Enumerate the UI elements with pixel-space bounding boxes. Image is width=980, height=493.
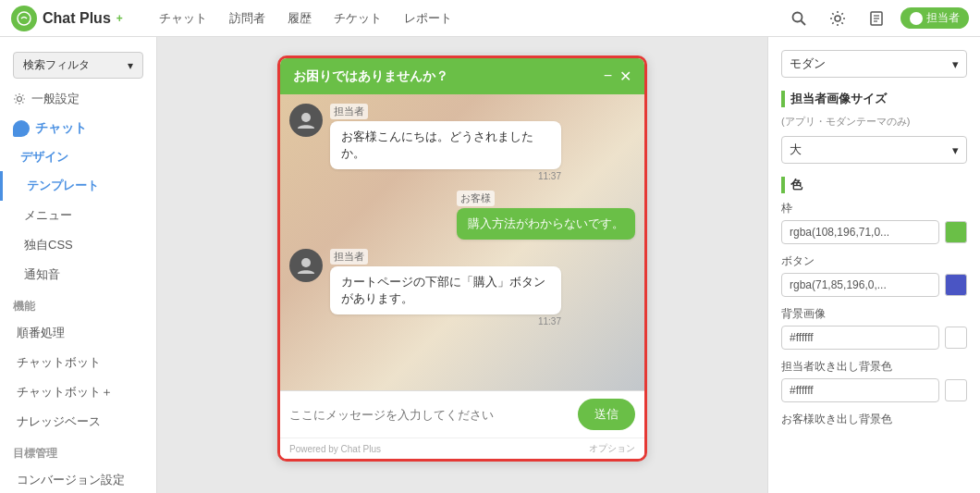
border-color-swatch[interactable] bbox=[945, 221, 967, 243]
size-value: 大 bbox=[790, 142, 802, 158]
general-settings-label: 一般設定 bbox=[31, 91, 80, 107]
menu-label: メニュー bbox=[24, 208, 72, 222]
chatbot-label: チャットボット bbox=[17, 355, 101, 369]
nav-visitor[interactable]: 訪問者 bbox=[229, 6, 265, 31]
sidebar-menu[interactable]: メニュー bbox=[0, 201, 156, 230]
goal-section-label: 目標管理 bbox=[0, 437, 156, 465]
border-color-section: 枠 bbox=[781, 201, 967, 244]
nav-report[interactable]: レポート bbox=[404, 6, 452, 31]
size-select[interactable]: 大 ▾ bbox=[781, 136, 967, 164]
settings-button[interactable] bbox=[823, 4, 852, 33]
size-dropdown-arrow: ▾ bbox=[952, 143, 959, 157]
queue-label: 順番処理 bbox=[17, 326, 65, 339]
msg-text-1: お客様こんにちは。どうされましたか。 bbox=[341, 129, 533, 160]
msg-label-1: 担当者 bbox=[330, 104, 368, 119]
msg-bubble-1: お客様こんにちは。どうされましたか。 bbox=[330, 121, 561, 169]
border-color-input[interactable] bbox=[781, 220, 939, 244]
msg-bubble-2: 購入方法がわからないです。 bbox=[457, 208, 635, 240]
sidebar-design[interactable]: デザイン bbox=[0, 143, 156, 171]
message-row-3: 担当者 カートページの下部に「購入」ボタンがあります。 11:37 bbox=[289, 249, 635, 327]
right-panel: モダン ▾ 担当者画像サイズ (アプリ・モダンテーマのみ) 大 ▾ 色 枠 ボタ… bbox=[767, 37, 980, 493]
bg-color-input[interactable] bbox=[781, 326, 939, 350]
size-select-row: 大 ▾ bbox=[781, 136, 967, 164]
chat-message-input[interactable] bbox=[289, 408, 570, 422]
chat-bubble-icon bbox=[13, 120, 30, 137]
agent-bubble-input-row bbox=[781, 378, 967, 402]
chat-messages: 担当者 お客様こんにちは。どうされましたか。 11:37 お客様 購入方 bbox=[280, 94, 644, 336]
image-size-subtitle: (アプリ・モダンテーマのみ) bbox=[781, 115, 967, 129]
chatbot-plus-label: チャットボット＋ bbox=[17, 385, 113, 399]
button-input-row bbox=[781, 273, 967, 297]
nav-ticket[interactable]: チケット bbox=[334, 6, 382, 31]
border-input-row bbox=[781, 220, 967, 244]
tantousha-badge[interactable]: 担当者 bbox=[900, 7, 969, 29]
agent-bubble-section: 担当者吹き出し背景色 bbox=[781, 359, 967, 402]
msg-time-1: 11:37 bbox=[330, 171, 561, 181]
msg-content-3: 担当者 カートページの下部に「購入」ボタンがあります。 11:37 bbox=[330, 249, 561, 327]
main-layout: 検索フィルタ ▾ 一般設定 チャット デザイン テンプレート メニュー 独自CS… bbox=[0, 37, 980, 493]
document-button[interactable] bbox=[862, 4, 891, 33]
msg-content-1: 担当者 お客様こんにちは。どうされましたか。 11:37 bbox=[330, 104, 561, 181]
bg-color-swatch[interactable] bbox=[945, 327, 967, 349]
bg-input-row bbox=[781, 326, 967, 350]
theme-label: モダン bbox=[790, 55, 826, 72]
chat-header-icons: − ✕ bbox=[604, 68, 631, 85]
center-area: お困りではありませんか？ − ✕ 担当者 bbox=[157, 37, 767, 493]
agent-bubble-color-input[interactable] bbox=[781, 378, 939, 402]
button-color-input[interactable] bbox=[781, 273, 939, 297]
sidebar-custom-css[interactable]: 独自CSS bbox=[0, 230, 156, 260]
sidebar-notification[interactable]: 通知音 bbox=[0, 260, 156, 290]
chat-header-title: お困りではありませんか？ bbox=[293, 68, 448, 85]
top-nav: Chat Plus+ チャット 訪問者 履歴 チケット レポート 担当者 bbox=[0, 0, 980, 37]
sidebar-template[interactable]: テンプレート bbox=[0, 171, 156, 201]
chat-label: チャット bbox=[35, 120, 87, 137]
sidebar-general-settings[interactable]: 一般設定 bbox=[0, 84, 92, 114]
search-button[interactable] bbox=[784, 4, 814, 33]
chat-footer: Powered by Chat Plus オプション bbox=[280, 438, 644, 459]
button-label: ボタン bbox=[781, 253, 967, 269]
sidebar-chatbot-plus[interactable]: チャットボット＋ bbox=[0, 377, 156, 407]
bg-image-section: 背景画像 bbox=[781, 306, 967, 350]
svg-point-10 bbox=[301, 113, 311, 122]
svg-point-0 bbox=[18, 12, 31, 25]
toggle-dot bbox=[910, 12, 923, 25]
msg-content-2: お客様 購入方法がわからないです。 bbox=[457, 191, 635, 240]
agent-avatar-3 bbox=[289, 249, 323, 282]
sidebar: 検索フィルタ ▾ 一般設定 チャット デザイン テンプレート メニュー 独自CS… bbox=[0, 37, 157, 493]
logo-icon bbox=[11, 6, 37, 31]
logo-text: Chat Plus bbox=[43, 10, 111, 27]
notification-label: 通知音 bbox=[24, 267, 60, 281]
sidebar-chatbot[interactable]: チャットボット bbox=[0, 348, 156, 377]
button-color-section: ボタン bbox=[781, 253, 967, 297]
svg-point-11 bbox=[301, 258, 311, 267]
sidebar-top-dropdown[interactable]: 検索フィルタ ▾ bbox=[13, 52, 143, 79]
logo: Chat Plus+ bbox=[11, 6, 141, 31]
sidebar-chat[interactable]: チャット bbox=[0, 114, 156, 143]
logo-plus: + bbox=[116, 12, 123, 25]
nav-chat[interactable]: チャット bbox=[159, 6, 207, 31]
conversion-label: コンバージョン設定 bbox=[17, 473, 125, 487]
template-label: テンプレート bbox=[27, 179, 99, 192]
footer-option: オプション bbox=[589, 442, 635, 455]
powered-by: Powered by Chat Plus bbox=[289, 444, 381, 454]
chat-preview: お困りではありませんか？ − ✕ 担当者 bbox=[277, 55, 647, 462]
msg-text-3: カートページの下部に「購入」ボタンがあります。 bbox=[341, 275, 545, 305]
nav-icons: 担当者 bbox=[784, 4, 969, 33]
close-icon[interactable]: ✕ bbox=[619, 68, 631, 85]
chat-header: お困りではありませんか？ − ✕ bbox=[280, 58, 644, 94]
minimize-icon[interactable]: − bbox=[604, 68, 612, 85]
sidebar-conversion[interactable]: コンバージョン設定 bbox=[0, 465, 156, 493]
agent-bubble-swatch[interactable] bbox=[945, 379, 967, 401]
sidebar-queue[interactable]: 順番処理 bbox=[0, 318, 156, 348]
agent-avatar-1 bbox=[289, 104, 323, 137]
message-row-2: お客様 購入方法がわからないです。 bbox=[289, 191, 635, 240]
message-row-1: 担当者 お客様こんにちは。どうされましたか。 11:37 bbox=[289, 104, 635, 181]
theme-select[interactable]: モダン ▾ bbox=[781, 50, 967, 78]
send-label: 送信 bbox=[594, 407, 619, 421]
nav-history[interactable]: 履歴 bbox=[288, 6, 312, 31]
button-color-swatch[interactable] bbox=[945, 274, 967, 296]
sidebar-knowledge[interactable]: ナレッジベース bbox=[0, 407, 156, 437]
send-button[interactable]: 送信 bbox=[578, 399, 635, 430]
design-label: デザイン bbox=[20, 150, 68, 164]
svg-point-8 bbox=[18, 97, 22, 102]
